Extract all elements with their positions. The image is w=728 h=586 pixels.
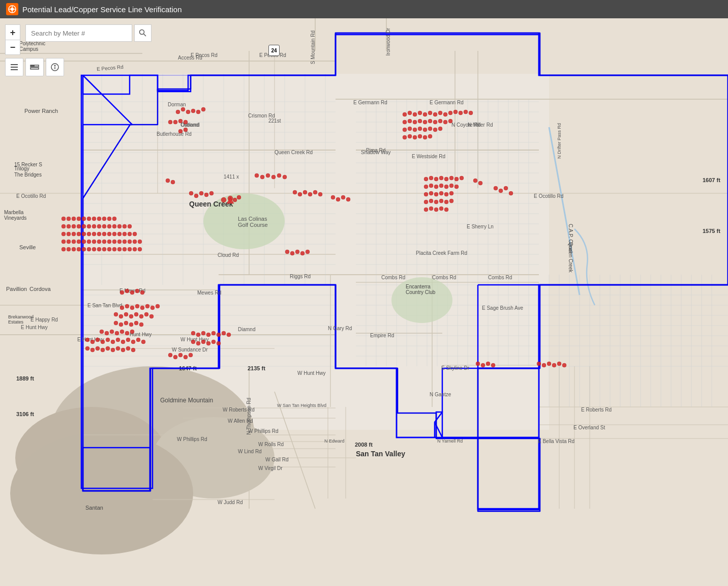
scale-2008: 2008 ft <box>355 442 373 448</box>
header-logo: Potential Lead/Copper Service Line Verif… <box>6 3 182 15</box>
scale-1607: 1607 ft <box>703 177 720 183</box>
svg-point-5 <box>10 432 193 554</box>
qgis-logo-icon <box>6 3 18 15</box>
zoom-out-button[interactable]: − <box>5 40 20 55</box>
search-button[interactable] <box>134 24 151 42</box>
svg-rect-442 <box>11 64 18 65</box>
zoom-controls: + − <box>5 24 20 55</box>
identify-button[interactable] <box>46 58 64 76</box>
svg-point-153 <box>391 277 452 323</box>
highway-shield-24: 24 <box>268 45 280 56</box>
svg-point-152 <box>203 193 285 249</box>
layer-toggle-icon <box>30 63 39 72</box>
layers-list-button[interactable] <box>5 58 23 76</box>
header-title: Potential Lead/Copper Service Line Verif… <box>22 5 182 14</box>
svg-rect-443 <box>11 67 18 68</box>
header-bar: Potential Lead/Copper Service Line Verif… <box>0 0 728 18</box>
svg-line-441 <box>144 34 146 37</box>
scale-1575: 1575 ft <box>703 228 720 234</box>
map-tools <box>5 58 64 76</box>
svg-rect-444 <box>11 69 18 70</box>
search-icon <box>139 29 147 37</box>
identify-icon <box>50 63 59 72</box>
layers-list-icon <box>10 63 19 72</box>
map-container[interactable]: E Pecos Rd E Pecos Rd E Pecos Rd Access … <box>0 0 728 586</box>
layer-toggle-button[interactable] <box>25 58 44 76</box>
svg-rect-446 <box>31 68 39 69</box>
scale-2135: 2135 ft <box>248 365 265 371</box>
scale-3106: 3106 ft <box>16 411 34 417</box>
search-input[interactable] <box>25 24 132 42</box>
svg-point-440 <box>140 30 144 35</box>
svg-rect-447 <box>31 65 35 67</box>
zoom-in-button[interactable]: + <box>5 24 20 40</box>
search-container <box>25 24 151 42</box>
scale-1647: 1647 ft <box>179 365 197 371</box>
svg-point-449 <box>54 65 56 67</box>
scale-1889: 1889 ft <box>16 375 34 382</box>
